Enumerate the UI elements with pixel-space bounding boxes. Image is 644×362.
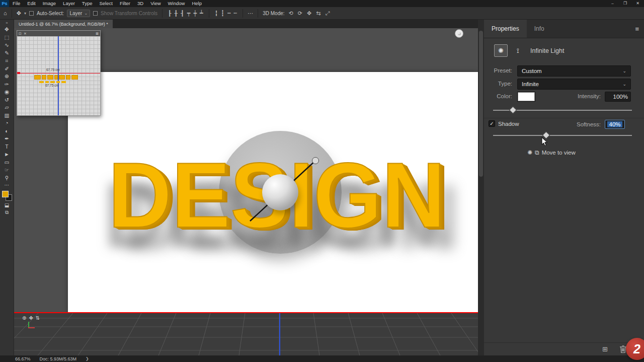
scale-3d-icon[interactable]: ⤢ bbox=[324, 10, 331, 17]
slide-3d-icon[interactable]: ⇆ bbox=[315, 10, 321, 17]
maximize-button[interactable]: ❐ bbox=[619, 0, 631, 7]
intensity-slider[interactable] bbox=[493, 110, 632, 111]
tab-info[interactable]: Info bbox=[527, 20, 552, 38]
softness-value-field[interactable]: 40% bbox=[605, 120, 625, 129]
align-center-h-icon[interactable]: ╂ bbox=[174, 10, 179, 17]
shadow-checkbox[interactable]: ✓ bbox=[489, 120, 495, 127]
eraser-tool[interactable]: ▱ bbox=[1, 104, 13, 112]
blur-tool[interactable]: ◔ bbox=[1, 119, 13, 127]
move-to-view-button[interactable]: ✺ ⧉ Move to view bbox=[527, 149, 576, 156]
move-tool-icon[interactable]: ✥ bbox=[17, 10, 21, 17]
zoom-tool[interactable]: ⚲ bbox=[1, 174, 13, 182]
screen-mode-icon[interactable]: ⧉ bbox=[1, 209, 13, 216]
panel-menu-icon[interactable]: ≡ bbox=[635, 25, 644, 33]
gradient-tool[interactable]: ▥ bbox=[1, 112, 13, 120]
eyedropper-tool[interactable]: ✐ bbox=[1, 65, 13, 73]
move-tool[interactable]: ✥ bbox=[1, 26, 13, 34]
foreground-color-swatch[interactable] bbox=[2, 191, 9, 197]
preset-dropdown[interactable]: Custom ⌄ bbox=[517, 65, 631, 77]
menu-item[interactable]: Image bbox=[39, 0, 59, 7]
menu-item[interactable]: Help bbox=[188, 0, 205, 7]
menu-item[interactable]: Window bbox=[165, 0, 189, 7]
more-options-icon[interactable]: ⋯ bbox=[248, 10, 253, 17]
light-widget-sphere[interactable] bbox=[262, 174, 298, 210]
auto-select-checkbox[interactable] bbox=[29, 11, 34, 16]
type-label: Type: bbox=[484, 81, 512, 87]
orbit-3d-icon[interactable]: ⟲ bbox=[288, 10, 294, 17]
menu-item[interactable]: File bbox=[9, 0, 24, 7]
secondary-view-panel-icon[interactable]: ⊡ bbox=[19, 32, 22, 36]
show-transform-checkbox[interactable] bbox=[93, 11, 98, 16]
align-bottom-icon[interactable]: ┷ bbox=[199, 10, 204, 17]
document-tab[interactable]: Untitled-1 @ 66.7% (Background, RGB/8#) … bbox=[14, 20, 113, 28]
history-brush-tool[interactable]: ↺ bbox=[1, 96, 13, 104]
dodge-tool[interactable]: ◐ bbox=[1, 127, 13, 135]
add-to-library-icon[interactable]: ⊞ bbox=[602, 345, 608, 353]
close-button[interactable]: ✕ bbox=[631, 0, 644, 7]
align-left-icon[interactable]: ┠ bbox=[167, 10, 173, 17]
tool-preset-caret-icon[interactable]: ▾ bbox=[24, 11, 26, 16]
distribute-left-icon[interactable]: ┅ bbox=[226, 10, 232, 17]
align-middle-icon[interactable]: ┿ bbox=[192, 10, 198, 17]
lasso-tool[interactable]: ∿ bbox=[1, 41, 13, 49]
crop-tool[interactable]: ⌗ bbox=[1, 57, 13, 65]
updown-axis-icon[interactable]: ⇅ bbox=[36, 315, 40, 321]
intensity-value-field[interactable]: 100% bbox=[605, 92, 631, 102]
quick-mask-icon[interactable]: ⬓ bbox=[1, 202, 13, 209]
move-axis-icon[interactable]: ✥ bbox=[29, 315, 33, 321]
menu-item[interactable]: View bbox=[147, 0, 164, 7]
align-top-icon[interactable]: ┯ bbox=[186, 10, 192, 17]
photoshop-window: Ps FileEditImageLayerTypeSelectFilter3DV… bbox=[0, 0, 644, 362]
align-right-icon[interactable]: ┨ bbox=[180, 10, 185, 17]
roll-3d-icon[interactable]: ⟳ bbox=[297, 10, 303, 17]
healing-brush-tool[interactable]: ⊕ bbox=[1, 73, 13, 81]
distribute-horizontal-icon[interactable]: ┇ bbox=[220, 10, 225, 17]
orbit-view-widget[interactable] bbox=[455, 29, 463, 38]
type-dropdown[interactable]: Infinite ⌄ bbox=[517, 79, 631, 90]
home-icon[interactable]: ⌂ bbox=[4, 10, 7, 16]
document-canvas[interactable]: DESIGN bbox=[68, 72, 478, 313]
menu-item[interactable]: Type bbox=[78, 0, 96, 7]
globe-icon[interactable]: ⊕ bbox=[22, 315, 26, 321]
marquee-tool[interactable]: ⬚ bbox=[1, 34, 13, 42]
menu-item[interactable]: Select bbox=[96, 0, 116, 7]
distribute-top-icon[interactable]: ┉ bbox=[233, 10, 238, 17]
shape-tool[interactable]: ▭ bbox=[1, 159, 13, 167]
secondary-view-grid-icon[interactable]: ⊠ bbox=[96, 32, 99, 36]
point-light-icon[interactable]: ⟟ bbox=[511, 44, 525, 57]
scrollbar-thumb[interactable] bbox=[479, 31, 483, 177]
intensity-slider-thumb[interactable] bbox=[509, 106, 517, 114]
drag-3d-icon[interactable]: ✥ bbox=[306, 10, 312, 17]
path-selection-tool[interactable]: ► bbox=[1, 151, 13, 159]
menu-item[interactable]: Edit bbox=[24, 0, 39, 7]
brush-tool[interactable]: ✑ bbox=[1, 81, 13, 89]
clone-stamp-tool[interactable]: ◉ bbox=[1, 88, 13, 96]
light-color-swatch[interactable] bbox=[517, 92, 535, 102]
vertical-scrollbar[interactable] bbox=[478, 20, 484, 355]
hand-tool[interactable]: ☞ bbox=[1, 166, 13, 174]
move-to-view-label: Move to view bbox=[542, 150, 576, 156]
minimap-layer-blocks-2 bbox=[39, 81, 66, 83]
distribute-vertical-icon[interactable]: ╏ bbox=[214, 10, 219, 17]
menu-item[interactable]: Layer bbox=[59, 0, 78, 7]
menu-bar: Ps FileEditImageLayerTypeSelectFilter3DV… bbox=[0, 0, 644, 7]
minimize-button[interactable]: – bbox=[606, 0, 619, 7]
quick-selection-tool[interactable]: ✎ bbox=[1, 49, 13, 57]
pen-tool[interactable]: ✒ bbox=[1, 135, 13, 143]
secondary-view-header[interactable]: ⊡ ✕ ⊠ bbox=[17, 31, 100, 36]
zoom-level-field[interactable]: 66.67% bbox=[15, 356, 31, 361]
infinite-light-icon[interactable]: ✺ bbox=[494, 44, 508, 57]
color-swatches[interactable] bbox=[2, 191, 12, 201]
type-tool[interactable]: T bbox=[1, 143, 13, 151]
tab-properties[interactable]: Properties bbox=[484, 20, 527, 38]
auto-select-dropdown[interactable]: Layer ⌄ bbox=[67, 10, 90, 17]
ground-axis-widget[interactable]: ⊕ ✥ ⇅ bbox=[22, 315, 40, 321]
secondary-view-close-icon[interactable]: ✕ bbox=[24, 32, 27, 36]
menu-item[interactable]: Filter bbox=[116, 0, 134, 7]
toolbar-collapse-icon[interactable]: » bbox=[6, 20, 8, 26]
more-tools-icon[interactable]: ⋯ bbox=[1, 182, 13, 189]
canvas-viewport[interactable]: ⊡ ✕ ⊠ bbox=[14, 28, 478, 355]
menu-item[interactable]: 3D bbox=[134, 0, 147, 7]
softness-slider[interactable] bbox=[493, 135, 632, 136]
status-options-icon[interactable]: ❯ bbox=[86, 356, 89, 361]
